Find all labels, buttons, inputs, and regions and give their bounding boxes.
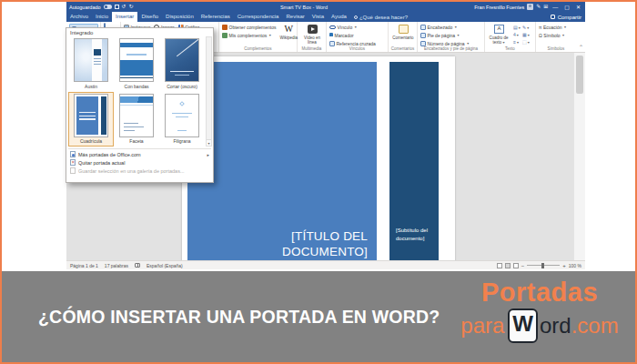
tab-diseno[interactable]: Diseño (137, 12, 162, 22)
group-label-multimedia: Multimedia (298, 46, 326, 51)
pie-de-pagina-button[interactable]: Pie de página (420, 32, 482, 39)
menu-separator (68, 148, 211, 149)
close-button[interactable]: ✕ (574, 4, 582, 10)
zoom-slider[interactable] (527, 265, 560, 267)
maximize-button[interactable]: ▢ (562, 4, 571, 10)
cover-option-filigrana[interactable]: Filigrana (159, 92, 205, 147)
tab-disposicion[interactable]: Disposición (162, 12, 197, 22)
link-icon (329, 25, 336, 29)
autosave-label: Autoguardado (69, 5, 101, 10)
wikipedia-button[interactable]: W Wikipedia (279, 24, 298, 40)
avatar[interactable] (527, 4, 533, 10)
pencil-icon[interactable]: ✎ (536, 4, 541, 10)
autosave-toggle[interactable] (104, 5, 112, 9)
tab-correspondencia[interactable]: Correspondencia (234, 12, 283, 22)
cover-gallery: Austin Con bandas Cortar (oscuro) (66, 36, 213, 147)
menu-item-guardar-seleccion[interactable]: Guardar selección en una galería de port… (66, 167, 213, 175)
drop-cap-icon[interactable]: ≡ (513, 38, 522, 46)
cover-option-cuadricula[interactable]: Cuadrícula (68, 92, 114, 147)
undo-icon[interactable]: ↺ (122, 4, 126, 10)
obtener-complementos-button[interactable]: Obtener complementos (222, 24, 276, 31)
cover-label: Austin (70, 84, 112, 89)
marcador-button[interactable]: Marcador (329, 32, 386, 39)
video-button[interactable]: Vídeo en línea (300, 24, 324, 45)
cover-label: Con bandas (116, 84, 157, 89)
vertical-scrollbar[interactable] (573, 53, 585, 260)
read-mode-icon[interactable] (497, 263, 502, 268)
ribbon-options-icon[interactable]: ⊞ (543, 4, 548, 10)
gallery-scrollbar[interactable]: ▾ (206, 36, 212, 147)
wordart-icon[interactable]: 4 (513, 31, 522, 38)
signature-line-icon[interactable]: ✎ (522, 24, 531, 31)
group-label-complementos: Complementos (219, 46, 297, 51)
tab-vista[interactable]: Vista (308, 12, 328, 22)
print-layout-icon[interactable] (505, 263, 511, 268)
quick-parts-icon[interactable]: ▤ (513, 24, 522, 31)
con-bandas-thumbnail (119, 38, 154, 82)
share-button[interactable]: Compartir (547, 12, 585, 22)
tab-insertar[interactable]: Insertar (112, 12, 137, 22)
collapse-ribbon-icon[interactable]: ⌃ (579, 45, 583, 50)
group-label-comentarios: Comentarios (389, 46, 417, 51)
logo-ord-text: ord (540, 313, 571, 339)
mis-label: Mis complementos (229, 32, 268, 39)
austin-thumbnail (74, 38, 108, 82)
scrollbar-thumb[interactable] (576, 56, 583, 94)
date-time-icon[interactable]: ▦ (522, 31, 531, 38)
menu-item-quitar-portada[interactable]: Quitar portada actual (66, 158, 213, 167)
tell-me-box[interactable]: ¿Qué desea hacer? (350, 12, 411, 22)
zoom-out-button[interactable]: − (521, 263, 525, 268)
group-encabezado: Encabezado Pie de página Número de págin… (418, 22, 485, 52)
group-label-vinculos: Vínculos (327, 46, 388, 51)
scroll-down-icon[interactable]: ▾ (207, 139, 211, 146)
encabezado-button[interactable]: Encabezado (420, 24, 482, 31)
minimize-button[interactable]: — (551, 5, 560, 10)
zoom-slider-thumb[interactable] (541, 263, 544, 268)
cover-label: Filigrana (161, 138, 203, 144)
faceta-thumbnail (119, 94, 154, 137)
object-icon[interactable]: ⬚ (522, 38, 531, 46)
simbolo-button[interactable]: Ω Símbolo (539, 32, 574, 39)
vinculo-button[interactable]: Vínculo (329, 24, 386, 31)
account-name[interactable]: Fran Fresnillo Fuentes (474, 5, 524, 10)
proofing-icon[interactable] (135, 263, 140, 268)
cover-option-con-bandas[interactable]: Con bandas (114, 36, 159, 92)
logo-com-text: .com (571, 313, 619, 339)
ecuacion-label: Ecuación (543, 24, 562, 31)
tab-referencias[interactable]: Referencias (197, 12, 234, 22)
cover-option-austin[interactable]: Austin (68, 36, 114, 92)
cuadro-de-texto-button[interactable]: Cuadro de texto (488, 24, 510, 46)
banner-title: ¿CÓMO INSERTAR UNA PORTADA EN WORD? (38, 307, 440, 328)
tab-revisar[interactable]: Revisar (282, 12, 308, 22)
equation-icon: π (539, 24, 541, 31)
group-comentarios: Comentario Comentarios (389, 22, 418, 52)
site-logo: Portadas para W ord .com (446, 277, 633, 343)
bottom-banner: ¿CÓMO INSERTAR UNA PORTADA EN WORD? Port… (2, 271, 635, 362)
cover-option-cortar-oscuro[interactable]: Cortar (oscuro) (159, 36, 205, 92)
logo-para-text: para (460, 313, 504, 339)
zoom-in-button[interactable]: + (562, 263, 566, 268)
cover-label: Cortar (oscuro) (161, 84, 203, 89)
cover-title-placeholder[interactable]: [TÍTULO DEL DOCUMENTO] (213, 228, 368, 260)
vinculo-label: Vínculo (338, 24, 353, 31)
cover-option-faceta[interactable]: Faceta (114, 92, 159, 147)
zoom-level[interactable]: 100 % (569, 263, 581, 268)
language-indicator[interactable]: Español (España) (147, 263, 183, 268)
web-layout-icon[interactable] (513, 263, 519, 268)
ecuacion-button[interactable]: π Ecuación (539, 24, 574, 31)
tab-archivo[interactable]: Archivo (66, 12, 92, 22)
page-count[interactable]: Página 1 de 1 (70, 263, 98, 268)
cover-subtitle-placeholder[interactable]: [Subtítulo del documento] (396, 227, 436, 244)
word-count[interactable]: 17 palabras (105, 263, 128, 268)
submenu-arrow-icon: ▸ (207, 152, 209, 157)
tab-inicio[interactable]: Inicio (92, 12, 112, 22)
store-icon (222, 25, 228, 30)
save-icon[interactable] (115, 5, 119, 9)
marcador-label: Marcador (335, 32, 354, 39)
comentario-button[interactable]: Comentario (391, 24, 415, 40)
mis-complementos-button[interactable]: Mis complementos (222, 32, 276, 39)
cover-label: Cuadrícula (70, 138, 112, 144)
redo-icon[interactable]: ↻ (129, 4, 134, 10)
menu-item-mas-portadas[interactable]: Más portadas de Office.com ▸ (66, 150, 213, 158)
tab-ayuda[interactable]: Ayuda (328, 12, 350, 22)
